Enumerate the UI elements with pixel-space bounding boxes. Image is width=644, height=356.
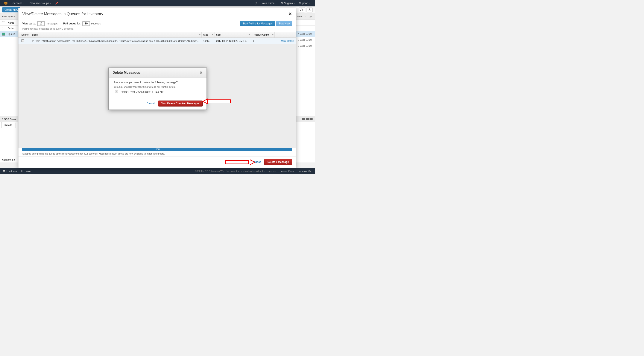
close-button[interactable]: Close	[254, 161, 261, 164]
terms-link[interactable]: Terms of Use	[298, 170, 312, 172]
view-up-to-label: View up to:	[22, 22, 36, 25]
filter-label: Filter by Pre	[2, 15, 15, 18]
create-new-button[interactable]: Create New	[2, 7, 20, 12]
view-up-to-input[interactable]	[37, 21, 45, 26]
confirm-delete-button[interactable]: Yes, Delete Checked Messages	[158, 101, 203, 107]
queue-name: Order	[8, 27, 14, 30]
refresh-button[interactable]	[299, 7, 305, 12]
sort-icon	[199, 34, 200, 35]
message-checkbox[interactable]: ✓	[22, 39, 24, 42]
footer: Feedback English © 2008 - 2017, Amazon W…	[0, 168, 315, 174]
col-delete[interactable]: Delete	[18, 32, 30, 37]
start-polling-button[interactable]: Start Polling for Messages	[240, 21, 275, 26]
row-checkbox[interactable]	[2, 32, 5, 36]
progress-note: Stopped after polling the queue at 0.5 r…	[18, 151, 296, 156]
copyright: © 2008 - 2017, Amazon Web Services, Inc.…	[195, 170, 276, 172]
poll-note: Polling for new messages once every 2 se…	[18, 27, 296, 32]
col-size[interactable]: Size	[202, 32, 214, 37]
delete-message-button[interactable]: Delete 1 Message	[264, 159, 292, 165]
message-sent: 2017-08-14 13:59:29 GMT-07:00	[214, 40, 251, 42]
nav-region[interactable]: N. Virginia	[279, 2, 297, 5]
col-body[interactable]: Body	[30, 32, 202, 37]
aws-logo-icon	[4, 1, 8, 5]
close-icon[interactable]: ✕	[288, 11, 292, 16]
settings-button[interactable]	[306, 7, 312, 12]
queue-name: Queue	[8, 32, 16, 36]
cancel-button[interactable]: Cancel	[146, 102, 155, 105]
feedback-link[interactable]: Feedback	[2, 170, 17, 172]
poll-for-label: Poll queue for:	[63, 22, 81, 25]
caret-down-icon	[309, 3, 310, 4]
message-size: 1.2 KB	[202, 40, 214, 42]
message-receive-count: 1	[251, 40, 274, 42]
tab-details[interactable]: Details	[1, 122, 16, 128]
poll-for-input[interactable]	[82, 21, 90, 26]
sort-icon	[212, 34, 214, 35]
progress-bar: 100%	[22, 148, 292, 151]
view-mode-icon[interactable]	[306, 118, 309, 120]
confirm-delete-modal: Delete Messages ✕ Are you sure you want …	[108, 67, 207, 110]
confirm-title: Delete Messages	[112, 71, 140, 75]
view-mode-icon[interactable]	[310, 118, 312, 120]
modal-title: View/Delete Messages in Queues-for-Inven…	[22, 12, 103, 16]
caret-down-icon	[294, 3, 295, 4]
top-nav: Services Resource Groups 📌 Your Name N. …	[0, 0, 315, 6]
sort-icon	[272, 34, 274, 35]
confirm-question: Are you sure you want to delete the foll…	[114, 81, 201, 84]
page-last-icon[interactable]: ≫	[308, 15, 312, 18]
privacy-link[interactable]: Privacy Policy	[280, 170, 294, 172]
nav-services[interactable]: Services	[10, 2, 26, 5]
nav-user[interactable]: Your Name	[260, 2, 279, 5]
confirm-hint: You may uncheck messages that you do not…	[114, 86, 201, 88]
select-all-checkbox[interactable]	[2, 21, 5, 24]
confirm-message-checkbox[interactable]: ✓	[115, 90, 118, 93]
message-row[interactable]: ✓ { "Type" : "Notification", "MessageId"…	[18, 38, 296, 44]
more-details-link[interactable]: More Details	[281, 40, 294, 42]
pin-icon[interactable]: 📌	[55, 2, 58, 5]
col-receive-count[interactable]: Receive Count	[251, 32, 274, 37]
caret-down-icon	[50, 3, 51, 4]
view-mode-icon[interactable]	[302, 118, 305, 120]
row-checkbox[interactable]	[2, 27, 5, 30]
caret-down-icon	[23, 3, 24, 4]
nav-support[interactable]: Support	[297, 2, 312, 5]
confirm-message-preview: { "Type" : "Noti...."wns/badge"} } } (1.…	[120, 90, 164, 93]
timestamp-column: 4 GMT-07:00 3 GMT-07:00 3 GMT-07:00	[298, 31, 312, 49]
close-icon[interactable]: ✕	[200, 70, 203, 75]
sort-icon	[248, 34, 250, 35]
nav-resource-groups[interactable]: Resource Groups	[26, 2, 53, 5]
col-more	[274, 32, 296, 37]
message-body: { "Type" : "Notification", "MessageId" :…	[30, 40, 202, 42]
notifications-icon[interactable]	[252, 2, 260, 5]
col-sent[interactable]: Sent	[214, 32, 251, 37]
message-table-header: Delete Body Size Sent Receive Count	[18, 32, 296, 38]
language-link[interactable]: English	[20, 170, 32, 172]
stop-now-button[interactable]: Stop Now	[276, 21, 292, 26]
svg-point-3	[309, 9, 310, 10]
content-based-label: Content-Ba	[2, 158, 15, 161]
col-name[interactable]: Name	[8, 21, 14, 24]
page-next-icon[interactable]: >	[304, 15, 307, 18]
caret-down-icon	[276, 3, 277, 4]
